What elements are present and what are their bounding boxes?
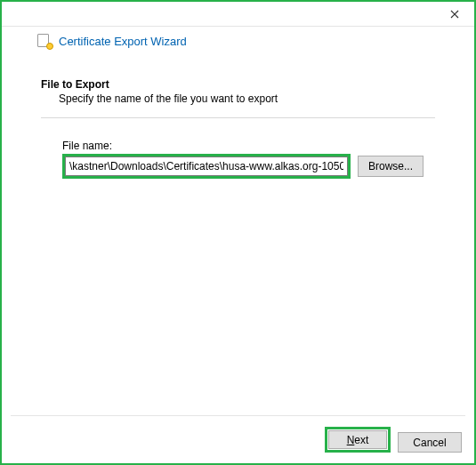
divider (41, 117, 435, 118)
file-name-label: File name: (62, 140, 435, 152)
browse-button[interactable]: Browse... (358, 156, 424, 177)
button-bar: Next Cancel (11, 415, 465, 454)
header: Certificate Export Wizard (2, 27, 474, 52)
next-rest: ext (354, 434, 368, 446)
page-heading: File to Export (41, 78, 435, 91)
cancel-button[interactable]: Cancel (398, 432, 462, 453)
next-button[interactable]: Next (328, 430, 387, 449)
file-name-input[interactable] (65, 156, 348, 176)
form-area: File name: Browse... (41, 140, 435, 179)
file-input-highlight (62, 154, 351, 179)
page-subheading: Specify the name of the file you want to… (41, 91, 435, 114)
content-area: File to Export Specify the name of the f… (2, 52, 474, 179)
close-button[interactable] (434, 2, 474, 27)
file-row: Browse... (62, 154, 435, 179)
next-button-highlight: Next (325, 427, 391, 453)
certificate-icon (37, 34, 52, 48)
window-title: Certificate Export Wizard (59, 35, 187, 48)
close-icon (450, 10, 459, 19)
wizard-window: Certificate Export Wizard File to Export… (0, 0, 476, 465)
titlebar (2, 2, 474, 27)
